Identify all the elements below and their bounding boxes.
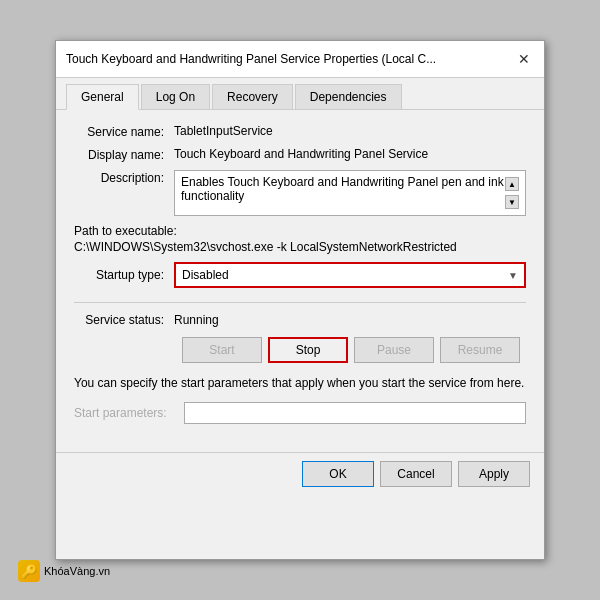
- scroll-down-btn[interactable]: ▼: [505, 195, 519, 209]
- service-status-row: Service status: Running: [74, 313, 526, 327]
- service-properties-window: Touch Keyboard and Handwriting Panel Ser…: [55, 40, 545, 560]
- cancel-button[interactable]: Cancel: [380, 461, 452, 487]
- description-box: Enables Touch Keyboard and Handwriting P…: [174, 170, 526, 216]
- startup-type-row: Startup type: Disabled ▼: [74, 262, 526, 288]
- service-name-value: TabletInputService: [174, 124, 526, 138]
- description-label: Description:: [74, 170, 174, 185]
- description-value: Enables Touch Keyboard and Handwriting P…: [181, 175, 505, 203]
- service-name-row: Service name: TabletInputService: [74, 124, 526, 139]
- watermark-text: KhóaVàng.vn: [44, 565, 110, 577]
- service-control-buttons: Start Stop Pause Resume: [74, 337, 526, 363]
- watermark: 🔑 KhóaVàng.vn: [18, 560, 110, 582]
- start-params-input[interactable]: [184, 402, 526, 424]
- dialog-actions: OK Cancel Apply: [56, 452, 544, 499]
- path-value: C:\WINDOWS\System32\svchost.exe -k Local…: [74, 240, 526, 254]
- pause-button[interactable]: Pause: [354, 337, 434, 363]
- resume-button[interactable]: Resume: [440, 337, 520, 363]
- service-status-label: Service status:: [74, 313, 174, 327]
- start-params-label: Start parameters:: [74, 406, 184, 420]
- service-status-value: Running: [174, 313, 219, 327]
- service-name-label: Service name:: [74, 124, 174, 139]
- start-button[interactable]: Start: [182, 337, 262, 363]
- startup-type-value: Disabled: [182, 268, 229, 282]
- path-section: Path to executable: C:\WINDOWS\System32\…: [74, 224, 526, 254]
- tab-logon[interactable]: Log On: [141, 84, 210, 109]
- title-bar: Touch Keyboard and Handwriting Panel Ser…: [56, 41, 544, 78]
- display-name-row: Display name: Touch Keyboard and Handwri…: [74, 147, 526, 162]
- tab-recovery[interactable]: Recovery: [212, 84, 293, 109]
- display-name-label: Display name:: [74, 147, 174, 162]
- tab-general[interactable]: General: [66, 84, 139, 110]
- apply-button[interactable]: Apply: [458, 461, 530, 487]
- display-name-value: Touch Keyboard and Handwriting Panel Ser…: [174, 147, 526, 161]
- stop-button[interactable]: Stop: [268, 337, 348, 363]
- tab-bar: General Log On Recovery Dependencies: [56, 78, 544, 110]
- divider: [74, 302, 526, 303]
- startup-type-label: Startup type:: [74, 268, 174, 282]
- description-row: Description: Enables Touch Keyboard and …: [74, 170, 526, 216]
- info-text: You can specify the start parameters tha…: [74, 375, 526, 392]
- watermark-icon: 🔑: [18, 560, 40, 582]
- startup-type-dropdown[interactable]: Disabled ▼: [174, 262, 526, 288]
- path-label: Path to executable:: [74, 224, 526, 238]
- tab-content: Service name: TabletInputService Display…: [56, 110, 544, 452]
- start-params-row: Start parameters:: [74, 402, 526, 424]
- scroll-up-btn[interactable]: ▲: [505, 177, 519, 191]
- dropdown-arrow-icon: ▼: [508, 270, 518, 281]
- ok-button[interactable]: OK: [302, 461, 374, 487]
- close-button[interactable]: ✕: [514, 49, 534, 69]
- description-scrollbar: ▲ ▼: [505, 175, 519, 211]
- tab-dependencies[interactable]: Dependencies: [295, 84, 402, 109]
- window-title: Touch Keyboard and Handwriting Panel Ser…: [66, 52, 436, 66]
